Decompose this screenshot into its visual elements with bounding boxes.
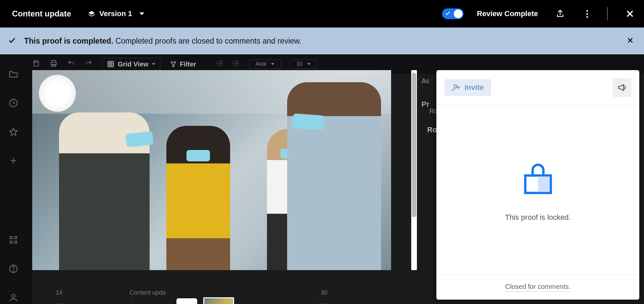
- invite-label: Invite: [465, 83, 484, 92]
- view-label: Grid View: [118, 60, 149, 68]
- apps-icon[interactable]: [8, 235, 18, 245]
- undo-icon[interactable]: [67, 59, 75, 69]
- panel-footer: Closed for comments.: [436, 274, 639, 300]
- panel-body: This proof is locked.: [436, 105, 639, 274]
- filter-button[interactable]: Filter: [170, 60, 196, 68]
- font-name-value: Arial: [256, 61, 266, 67]
- check-icon: [8, 36, 16, 46]
- svg-rect-3: [15, 237, 17, 239]
- completed-banner: This proof is completed. Completed proof…: [0, 28, 644, 54]
- caret-down-icon: [152, 63, 155, 65]
- svg-rect-13: [108, 61, 114, 67]
- recent-icon[interactable]: [8, 98, 18, 108]
- version-selector[interactable]: Version 1: [88, 9, 144, 18]
- share-icon: [555, 9, 565, 18]
- close-icon: [625, 9, 635, 18]
- svg-point-14: [454, 85, 457, 88]
- help-icon[interactable]: [8, 264, 18, 274]
- banner-text: This proof is completed. Completed proof…: [24, 37, 302, 46]
- svg-rect-4: [10, 241, 12, 243]
- grid-icon: [107, 60, 114, 68]
- svg-rect-5: [15, 241, 17, 243]
- svg-point-8: [12, 294, 15, 298]
- review-complete-toggle[interactable]: [442, 8, 464, 19]
- close-icon: [627, 37, 634, 44]
- comments-panel: Invite This proof is locked. Closed for …: [436, 70, 639, 300]
- check-icon: [445, 10, 451, 17]
- scroll-thumb[interactable]: [412, 73, 416, 217]
- plus-icon: +: [183, 302, 190, 304]
- filter-icon: [170, 60, 177, 68]
- panel-header: Invite: [436, 70, 639, 105]
- banner-bold: This proof is completed.: [24, 37, 113, 45]
- print-icon[interactable]: [50, 59, 58, 69]
- megaphone-icon: [617, 83, 627, 93]
- proof-title: Content update: [12, 9, 71, 18]
- plus-icon[interactable]: [8, 156, 18, 166]
- font-size-select[interactable]: 10: [290, 59, 317, 69]
- divider: [607, 7, 608, 20]
- version-thumbnail[interactable]: [203, 297, 234, 304]
- proof-image[interactable]: [32, 70, 391, 270]
- layers-icon: [88, 10, 95, 17]
- indent-icon[interactable]: [232, 59, 240, 69]
- svg-rect-2: [10, 237, 12, 239]
- star-icon[interactable]: [8, 127, 18, 137]
- folder-icon[interactable]: [8, 69, 18, 79]
- feedback-button[interactable]: [612, 78, 631, 97]
- outdent-icon[interactable]: [216, 59, 224, 69]
- left-nav-rail: [0, 54, 27, 304]
- person-plus-icon: [452, 83, 461, 92]
- caret-down-icon: [271, 63, 274, 65]
- banner-rest: Completed proofs are closed to comments …: [113, 37, 302, 45]
- svg-point-7: [13, 270, 14, 271]
- svg-rect-9: [35, 61, 37, 62]
- proof-header: Content update Version 1 Review Complete: [0, 0, 644, 28]
- font-size-value: 10: [297, 61, 303, 67]
- invite-button[interactable]: Invite: [444, 79, 491, 96]
- svg-marker-0: [89, 11, 95, 15]
- thumbnail-strip: +: [176, 297, 234, 304]
- save-icon[interactable]: [32, 59, 40, 69]
- locked-message: This proof is locked.: [505, 213, 571, 222]
- view-selector[interactable]: Grid View: [102, 58, 160, 70]
- account-icon[interactable]: [8, 293, 18, 303]
- add-version-button[interactable]: +: [176, 298, 197, 304]
- dismiss-banner-button[interactable]: [627, 37, 634, 45]
- vertical-scrollbar[interactable]: [411, 70, 417, 270]
- caret-down-icon: [140, 12, 144, 15]
- svg-rect-16: [538, 176, 550, 192]
- more-menu-button[interactable]: [582, 9, 592, 18]
- toggle-knob: [454, 9, 463, 18]
- close-proof-button[interactable]: [625, 9, 635, 18]
- font-name-select[interactable]: Arial: [249, 59, 281, 69]
- review-complete-label: Review Complete: [477, 9, 538, 18]
- filter-label: Filter: [180, 60, 196, 68]
- caret-down-icon: [307, 63, 311, 65]
- version-label: Version 1: [99, 9, 132, 18]
- redo-icon[interactable]: [85, 59, 93, 69]
- share-button[interactable]: [555, 9, 565, 18]
- lock-icon: [518, 158, 558, 200]
- closed-for-comments-text: Closed for comments.: [505, 283, 571, 292]
